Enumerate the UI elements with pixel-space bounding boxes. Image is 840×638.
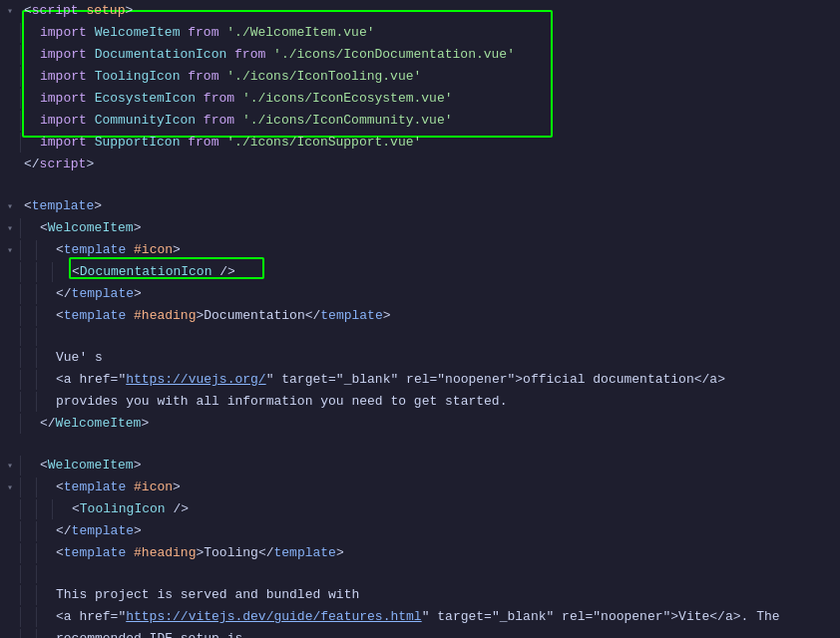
token-punct: </ [24, 157, 40, 171]
code-line: <template #heading>Documentation</templa… [0, 305, 840, 327]
code-content: </template> [52, 284, 840, 304]
token-path: './icons/IconSupport.vue' [226, 135, 421, 150]
code-line: ▾<WelcomeItem> [0, 455, 840, 477]
token-import-kw: import [40, 25, 87, 40]
code-content: </template> [52, 521, 840, 541]
token-text [234, 113, 242, 128]
token-punct: > [141, 416, 149, 431]
code-line: <a href="https://vitejs.dev/guide/featur… [0, 606, 840, 628]
code-content: Vue' s [52, 348, 840, 368]
indent-guide [20, 499, 36, 519]
indent-guide [20, 218, 36, 238]
token-component: WelcomeItem [95, 25, 181, 40]
code-line: ▾<WelcomeItem> [0, 217, 840, 239]
token-text [87, 113, 95, 128]
token-punct: < [24, 3, 32, 18]
token-link: https://vuejs.org/ [126, 372, 265, 387]
token-text [196, 113, 204, 128]
code-line [0, 175, 840, 195]
token-punct: > [134, 286, 142, 301]
token-import-kw: from [234, 47, 265, 62]
code-content: import EcosystemIcon from './icons/IconE… [36, 89, 840, 109]
token-punct: > [173, 479, 181, 494]
token-tag: template [32, 198, 94, 213]
token-punct: < [56, 242, 64, 257]
indent-guide [20, 328, 36, 346]
token-path: './icons/IconEcosystem.vue' [242, 91, 453, 106]
token-text [87, 25, 95, 40]
code-line: import WelcomeItem from './WelcomeItem.v… [0, 22, 840, 44]
indent-guide [36, 543, 52, 563]
indent-guide [20, 111, 36, 131]
code-line: This project is served and bundled with [0, 584, 840, 606]
indent-guide [36, 521, 52, 541]
line-gutter[interactable]: ▾ [0, 5, 20, 17]
code-line: </template> [0, 283, 840, 305]
token-text [87, 135, 95, 150]
code-line: import SupportIcon from './icons/IconSup… [0, 132, 840, 154]
code-content: <WelcomeItem> [36, 218, 840, 238]
indent-guide [36, 328, 52, 346]
token-path: './icons/IconCommunity.vue' [242, 113, 453, 128]
indent-guide [36, 262, 52, 282]
code-line: import ToolingIcon from './icons/IconToo… [0, 66, 840, 88]
indent-guide [20, 89, 36, 109]
code-line: <a href="https://vuejs.org/" target="_bl… [0, 369, 840, 391]
token-punct: > [134, 458, 142, 473]
line-gutter[interactable]: ▾ [0, 244, 20, 256]
token-punct: < [56, 545, 64, 560]
token-text: " target="_blank" rel="noopener">officia… [266, 372, 725, 387]
token-punct: < [72, 264, 80, 279]
token-punct: > [86, 157, 94, 171]
token-punct: > [134, 523, 142, 538]
code-content: <template #heading>Documentation</templa… [52, 306, 840, 326]
indent-guide [20, 133, 36, 153]
token-tag: template [64, 545, 126, 560]
token-kw: script [32, 3, 79, 18]
code-line: import EcosystemIcon from './icons/IconE… [0, 88, 840, 110]
code-content: provides you with all information you ne… [52, 392, 840, 412]
token-component: SupportIcon [95, 135, 181, 150]
token-path: './WelcomeItem.vue' [226, 25, 374, 40]
code-line: </template> [0, 520, 840, 542]
indent-guide [36, 240, 52, 260]
code-content: import SupportIcon from './icons/IconSup… [36, 133, 840, 153]
line-gutter[interactable]: ▾ [0, 481, 20, 493]
token-text [126, 479, 134, 494]
indent-guide [20, 478, 36, 497]
token-punct: > [134, 220, 142, 235]
code-content: <DocumentationIcon /> [68, 262, 840, 282]
token-attr: setup [86, 3, 125, 18]
line-gutter[interactable]: ▾ [0, 222, 20, 234]
token-text [126, 242, 134, 257]
token-text: provides you with all information you ne… [56, 394, 507, 409]
token-punct: < [40, 458, 48, 473]
line-gutter[interactable]: ▾ [0, 460, 20, 472]
token-import-kw: import [40, 135, 87, 150]
code-line: recommended IDE setup is [0, 628, 840, 638]
token-text [226, 47, 234, 62]
indent-guide [20, 456, 36, 476]
indent-guide [20, 521, 36, 541]
code-line: <ToolingIcon /> [0, 498, 840, 520]
indent-guide [20, 67, 36, 87]
token-import-kw: import [40, 91, 87, 106]
code-line: ▾<template #icon> [0, 477, 840, 498]
indent-guide [36, 499, 52, 519]
code-content: <a href="https://vitejs.dev/guide/featur… [52, 607, 840, 627]
indent-guide [20, 370, 36, 390]
indent-guide [36, 585, 52, 605]
token-text: >Tooling</ [196, 545, 273, 560]
code-content: <template #icon> [52, 240, 840, 260]
code-line: ▾<template #icon> [0, 239, 840, 261]
line-gutter[interactable]: ▾ [0, 200, 20, 212]
code-content: <a href="https://vuejs.org/" target="_bl… [52, 370, 840, 390]
token-punct: /> [173, 501, 189, 516]
indent-guide [36, 629, 52, 638]
code-content: import CommunityIcon from './icons/IconC… [36, 111, 840, 131]
code-content: import ToolingIcon from './icons/IconToo… [36, 67, 840, 87]
code-editor: ▾<script setup>import WelcomeItem from '… [0, 0, 840, 638]
code-content: import WelcomeItem from './WelcomeItem.v… [36, 23, 840, 43]
token-text [265, 47, 273, 62]
token-import-kw: from [204, 113, 234, 128]
